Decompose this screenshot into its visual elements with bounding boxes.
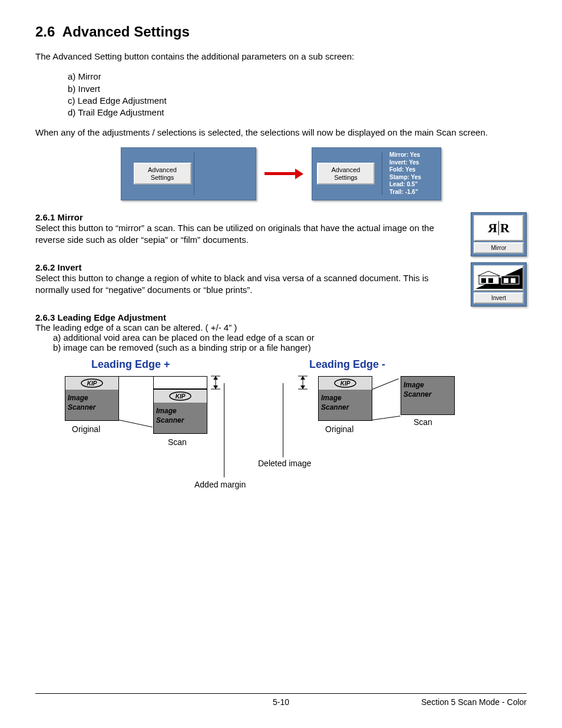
leading-body: The leading edge of a scan can be altere… xyxy=(35,322,527,332)
svg-text:KIP: KIP xyxy=(176,393,186,400)
list-item: a) additional void area can be placed on… xyxy=(53,332,527,342)
status-values: Mirror: Yes Invert: Yes Fold: Yes Stamp:… xyxy=(389,151,421,196)
invert-button-label: Invert xyxy=(474,292,524,304)
kip-scan-box: KIP ImageScanner xyxy=(153,389,207,434)
mirror-button-label: Mirror xyxy=(474,242,524,253)
kip-scan-box: ImageScanner xyxy=(401,376,455,415)
intro-text: The Advanced Setting button contains the… xyxy=(35,51,527,62)
subhead-leading: 2.6.3 Leading Edge Adjustment xyxy=(35,312,527,322)
original-label: Original xyxy=(325,424,353,434)
leading-edge-diagram: Leading Edge + Leading Edge - KIP ImageS… xyxy=(35,358,527,494)
svg-rect-5 xyxy=(504,278,508,283)
svg-rect-2 xyxy=(481,278,486,283)
svg-marker-14 xyxy=(213,376,218,380)
invert-button[interactable]: Invert xyxy=(471,262,527,307)
added-margin-area xyxy=(153,376,207,389)
scan-label: Scan xyxy=(414,417,432,427)
svg-marker-21 xyxy=(300,376,305,380)
mirror-button[interactable]: RR Mirror xyxy=(471,212,527,256)
deleted-image-label: Deleted image xyxy=(258,459,311,468)
list-item: c) Lead Edge Adjustment xyxy=(68,95,527,107)
page-footer: 5-10 Section 5 Scan Mode - Color xyxy=(35,693,527,707)
svg-marker-15 xyxy=(213,386,218,389)
advanced-settings-figure: Advanced Settings Advanced Settings Mirr… xyxy=(35,147,527,200)
invert-body: Select this button to change a region of… xyxy=(35,272,459,297)
invert-icon xyxy=(474,265,524,291)
page-title: 2.6 Advanced Settings xyxy=(35,24,527,40)
footer-section: Section 5 Scan Mode - Color xyxy=(421,697,527,707)
mirror-body: Select this button to “mirror” a scan. T… xyxy=(35,222,459,246)
svg-text:KIP: KIP xyxy=(87,380,97,387)
advanced-settings-button[interactable]: Advanced Settings xyxy=(134,163,191,185)
subhead-mirror: 2.6.1 Mirror xyxy=(35,212,459,222)
list-item: d) Trail Edge Adjustment xyxy=(68,107,527,118)
advanced-settings-button[interactable]: Advanced Settings xyxy=(317,163,375,185)
added-margin-label: Added margin xyxy=(194,480,246,489)
svg-rect-6 xyxy=(511,278,515,283)
param-list: a) Mirror b) Invert c) Lead Edge Adjustm… xyxy=(68,71,527,118)
leading-minus-title: Leading Edge - xyxy=(309,358,385,371)
kip-original-box: KIP ImageScanner xyxy=(65,376,119,421)
panel-after: Advanced Settings Mirror: Yes Invert: Ye… xyxy=(312,147,441,200)
note-text: When any of the adjustments / selections… xyxy=(35,127,527,139)
page-number: 5-10 xyxy=(273,697,289,707)
panel-before: Advanced Settings xyxy=(121,147,256,200)
svg-marker-22 xyxy=(300,386,305,389)
original-label: Original xyxy=(72,424,100,434)
scan-label: Scan xyxy=(168,437,187,447)
list-item: a) Mirror xyxy=(68,71,527,83)
leading-plus-title: Leading Edge + xyxy=(91,358,170,371)
list-item: b) image can be removed (such as a bindi… xyxy=(53,342,527,353)
subhead-invert: 2.6.2 Invert xyxy=(35,262,459,272)
arrow-icon xyxy=(265,169,303,179)
list-item: b) Invert xyxy=(68,83,527,95)
svg-text:KIP: KIP xyxy=(340,380,351,387)
kip-original-box: KIP ImageScanner xyxy=(318,376,372,421)
mirror-icon: RR xyxy=(488,220,510,236)
svg-rect-3 xyxy=(488,278,493,283)
dimension-icon xyxy=(295,375,312,391)
